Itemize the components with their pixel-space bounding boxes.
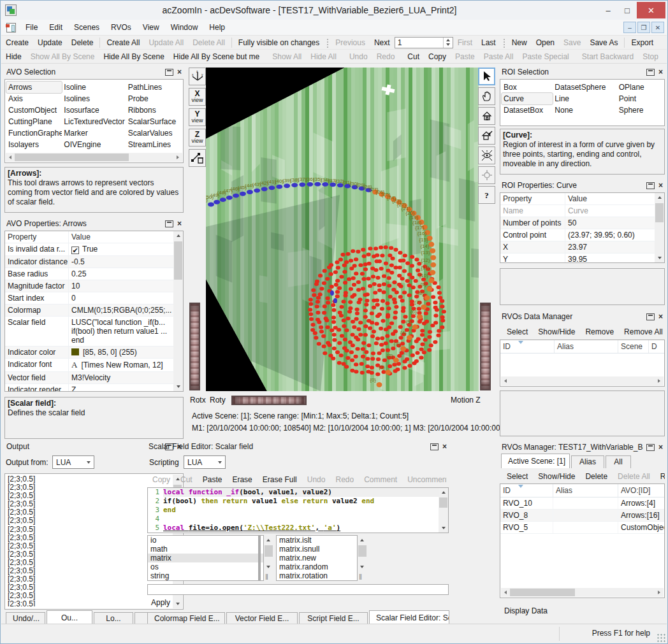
roi-properties-vscrollbar[interactable] bbox=[655, 193, 664, 262]
rotx-thumbwheel[interactable] bbox=[189, 303, 200, 390]
sfe-button-uncomment[interactable]: Uncomment bbox=[402, 474, 447, 485]
list-item-scalarvalues[interactable]: ScalarValues bbox=[126, 127, 182, 139]
menu-file[interactable]: File bbox=[20, 21, 43, 34]
function-list-vscrollbar[interactable] bbox=[358, 536, 367, 571]
button-delete-all[interactable]: Delete All bbox=[613, 471, 655, 482]
table-row-RVO_5[interactable]: RVO_5CustomObject:[1]None bbox=[500, 522, 664, 534]
tab-script-field-e-[interactable]: Script Field E... bbox=[299, 612, 368, 625]
toolbar-button-paste[interactable]: Paste bbox=[451, 51, 479, 62]
close-button[interactable]: ✕ bbox=[637, 2, 665, 18]
z-view-button[interactable]: Zview bbox=[189, 129, 206, 147]
tab-undo-[interactable]: Undo/... bbox=[6, 612, 45, 625]
list-item-sphere[interactable]: Sphere bbox=[617, 104, 663, 116]
close-panel-icon[interactable]: × bbox=[442, 443, 447, 450]
float-panel-icon[interactable] bbox=[165, 69, 173, 76]
property-row[interactable]: Scalar fieldLUSC("local function _if(b..… bbox=[5, 317, 183, 347]
menu-view[interactable]: View bbox=[137, 21, 165, 34]
toolbar-button-cut[interactable]: Cut bbox=[403, 51, 424, 62]
list-item-curve[interactable]: Curve bbox=[502, 93, 553, 104]
close-panel-icon[interactable]: × bbox=[658, 69, 663, 76]
page-spinner[interactable]: 1 bbox=[395, 37, 453, 48]
column-header-alias[interactable]: Alias bbox=[555, 340, 618, 353]
code-vscrollbar[interactable] bbox=[439, 488, 448, 533]
list-item-probe[interactable]: Probe bbox=[126, 93, 182, 104]
menu-window[interactable]: Window bbox=[165, 21, 204, 34]
list-item-streamlines[interactable]: StreamLines bbox=[126, 139, 182, 150]
scripting-dropdown[interactable]: LUA bbox=[184, 455, 226, 469]
code-line[interactable]: 5local file=io.open('Z:\\Test222.txt', '… bbox=[148, 524, 448, 533]
button-remove[interactable]: Remove bbox=[580, 326, 619, 338]
document-icon[interactable] bbox=[6, 23, 16, 32]
menu-edit[interactable]: Edit bbox=[43, 21, 68, 34]
lua-function-list[interactable]: matrix.isltmatrix.isnullmatrix.newmatrix… bbox=[276, 535, 358, 581]
column-header-alias[interactable]: Alias bbox=[553, 484, 618, 497]
list-item-oplane[interactable]: OPlane bbox=[617, 82, 663, 93]
toolbar-button-first[interactable]: First bbox=[453, 37, 477, 48]
list-item-isosurface[interactable]: Isosurface bbox=[62, 104, 126, 116]
menu-rvos[interactable]: RVOs bbox=[105, 21, 137, 34]
toolbar-button-copy[interactable]: Copy bbox=[424, 51, 451, 62]
display-data-button[interactable]: Display Data bbox=[504, 606, 548, 615]
toolbar-button-paste-all[interactable]: Paste All bbox=[479, 51, 518, 62]
tab-all[interactable]: All bbox=[606, 455, 631, 468]
column-header-d[interactable]: D bbox=[649, 340, 665, 353]
float-panel-icon[interactable] bbox=[165, 220, 173, 227]
column-header-id[interactable]: ID bbox=[500, 484, 553, 497]
sfe-button-copy[interactable]: Copy bbox=[147, 474, 175, 485]
resize-grip[interactable] bbox=[657, 633, 665, 642]
menu-help[interactable]: Help bbox=[203, 21, 231, 34]
table-hscrollbar[interactable] bbox=[501, 376, 664, 385]
code-line[interactable]: 4 bbox=[148, 515, 448, 524]
tab-vector-field-e-[interactable]: Vector Field E... bbox=[226, 612, 298, 625]
list-item-functiongrapher[interactable]: FunctionGrapher bbox=[6, 127, 62, 139]
toolbar-button-save[interactable]: Save bbox=[559, 37, 585, 48]
column-header-scene[interactable]: Scene bbox=[618, 340, 649, 353]
list-item-box[interactable]: Box bbox=[502, 82, 553, 93]
list-item-scalarsurface[interactable]: ScalarSurface bbox=[126, 116, 182, 127]
list-item-point[interactable]: Point bbox=[617, 93, 663, 104]
button-rename[interactable]: Rename bbox=[655, 471, 665, 482]
float-panel-icon[interactable] bbox=[646, 444, 655, 451]
spinner-arrows[interactable] bbox=[443, 38, 453, 48]
splitter-handle[interactable]: ‖ bbox=[265, 573, 268, 582]
tab-colormap-field-e-[interactable]: Colormap Field E... bbox=[147, 612, 225, 625]
maximize-button[interactable]: □ bbox=[618, 3, 637, 17]
seek-icon[interactable] bbox=[478, 166, 495, 184]
roty-thumbwheel[interactable] bbox=[231, 396, 307, 405]
toolbar-grip[interactable] bbox=[326, 38, 329, 48]
list-item-ribbons[interactable]: Ribbons bbox=[126, 104, 182, 116]
close-panel-icon[interactable]: × bbox=[177, 220, 182, 227]
table-row-RVO_10[interactable]: RVO_10Arrows:[4]Box bbox=[500, 497, 664, 510]
mdi-minimize-button[interactable]: – bbox=[623, 22, 636, 33]
code-line[interactable]: 3end bbox=[148, 506, 448, 515]
list-item-axis[interactable]: Axis bbox=[6, 93, 62, 104]
button-show-hide[interactable]: Show/Hide bbox=[533, 326, 580, 338]
list-item-line[interactable]: Line bbox=[553, 93, 616, 104]
property-row[interactable]: X23.97 bbox=[500, 241, 664, 254]
function-item-matrix-random[interactable]: matrix.random bbox=[277, 562, 357, 571]
property-row[interactable]: ColormapCMLM(0;15;RGBA(0;0;255;... bbox=[5, 304, 183, 317]
avo-selection-hscrollbar[interactable] bbox=[6, 153, 182, 162]
toolbar-button-hide-all[interactable]: Hide All bbox=[306, 51, 341, 62]
sfe-button-undo[interactable]: Undo bbox=[302, 474, 331, 485]
property-row[interactable]: Number of points50 bbox=[500, 217, 664, 229]
code-line[interactable]: 1local function _if(bool, value1, value2… bbox=[148, 488, 448, 497]
close-panel-icon[interactable]: × bbox=[658, 444, 663, 451]
float-panel-icon[interactable] bbox=[646, 69, 655, 76]
checkbox-checked[interactable]: ✔ bbox=[71, 247, 79, 254]
function-item-matrix-isnull[interactable]: matrix.isnull bbox=[277, 545, 357, 554]
output-from-dropdown[interactable]: LUA bbox=[52, 455, 94, 469]
tab-lo-[interactable]: Lo... bbox=[94, 612, 133, 625]
library-item-math[interactable]: math bbox=[148, 545, 263, 554]
sfe-button-paste[interactable]: Paste bbox=[198, 474, 228, 485]
toolbar-button-update[interactable]: Update bbox=[33, 37, 67, 48]
list-item-marker[interactable]: Marker bbox=[62, 127, 126, 139]
toolbar-button-hide-all-by-scene-but-me[interactable]: Hide All By Scene but me bbox=[169, 51, 264, 62]
toolbar-button-previous[interactable]: Previous bbox=[331, 37, 370, 48]
tab-active-scene-1-[interactable]: Active Scene: [1] bbox=[501, 454, 570, 468]
toolbar-button-paste-special[interactable]: Paste Special bbox=[518, 51, 573, 62]
column-header-id[interactable]: ID bbox=[500, 340, 555, 353]
list-item-none[interactable]: None bbox=[553, 104, 616, 116]
property-row[interactable]: Indicator color[85, 85, 0] (255) bbox=[5, 347, 183, 359]
function-item-matrix-rotation[interactable]: matrix.rotation bbox=[277, 571, 357, 580]
